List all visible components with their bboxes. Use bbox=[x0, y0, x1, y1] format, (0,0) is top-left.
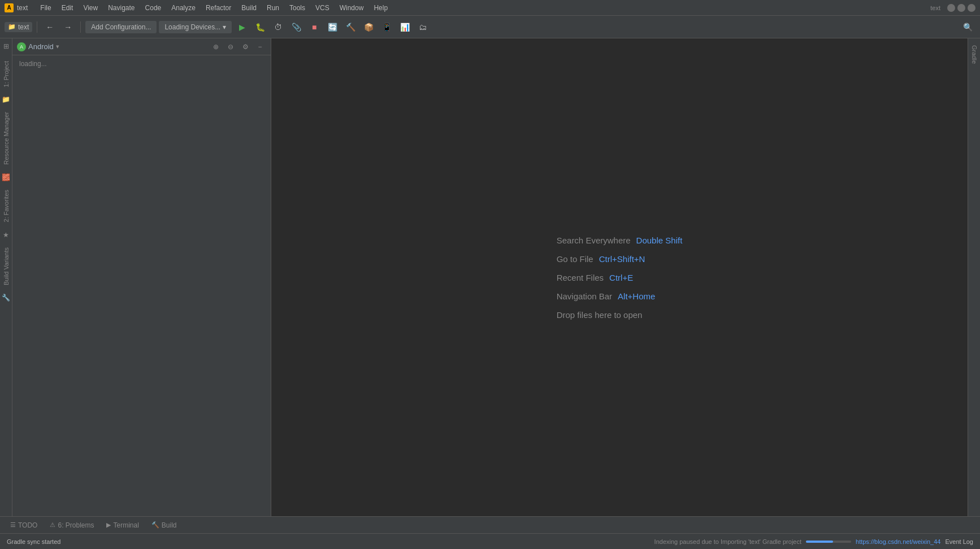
folder-icon[interactable]: 📁 bbox=[1, 94, 12, 105]
android-icon: A bbox=[17, 42, 26, 51]
menu-edit[interactable]: Edit bbox=[57, 3, 78, 13]
add-configuration-button[interactable]: Add Configuration... bbox=[85, 21, 157, 33]
terminal-label: Terminal bbox=[113, 521, 138, 529]
profiler-button[interactable]: 📊 bbox=[397, 19, 413, 35]
menu-window[interactable]: Window bbox=[335, 3, 368, 13]
build-label: Build bbox=[162, 521, 177, 529]
status-link[interactable]: https://blog.csdn.net/weixin_44 bbox=[856, 538, 940, 545]
toolbar-separator-2 bbox=[80, 21, 81, 33]
right-strip: Gradle bbox=[968, 38, 980, 516]
bottom-tab-terminal[interactable]: ▶ Terminal bbox=[101, 520, 144, 530]
panel-title-area: A Android ▾ bbox=[17, 42, 207, 51]
bottom-tab-todo[interactable]: ☰ TODO bbox=[5, 520, 43, 530]
indexing-status-text: Indexing paused due to Importing 'text' … bbox=[654, 538, 801, 545]
panel-sync-icon[interactable]: ⊕ bbox=[210, 41, 222, 53]
toolbar-project-name: text bbox=[18, 23, 29, 31]
device-file-button[interactable]: 🗂 bbox=[415, 19, 431, 35]
title-extra-label: text bbox=[930, 5, 940, 11]
hint-navigation-bar: Navigation Bar Alt+Home bbox=[557, 291, 656, 301]
app-icon: A bbox=[5, 3, 14, 12]
bottom-tab-problems[interactable]: ⚠ 6: Problems bbox=[44, 520, 99, 530]
sidebar-item-resource-manager[interactable]: Resource Manager bbox=[1, 106, 11, 171]
close-button[interactable] bbox=[968, 4, 975, 12]
hint-recent-files: Recent Files Ctrl+E bbox=[557, 273, 633, 282]
maximize-button[interactable] bbox=[957, 4, 965, 12]
bottom-toolbar: ☰ TODO ⚠ 6: Problems ▶ Terminal 🔨 Build bbox=[0, 516, 980, 533]
menu-view[interactable]: View bbox=[79, 3, 102, 13]
sidebar-item-build-variants[interactable]: Build Variants bbox=[1, 242, 11, 291]
project-name-title: text bbox=[17, 4, 28, 12]
loading-indicator: loading... bbox=[12, 55, 271, 72]
debug-button[interactable]: 🐛 bbox=[252, 19, 268, 35]
hint-shortcut-goto: Ctrl+Shift+N bbox=[599, 254, 645, 264]
event-log-link[interactable]: Event Log bbox=[945, 538, 973, 545]
left-vertical-tabs: ⊞ 1: Project 📁 Resource Manager 🧱 2: Fav… bbox=[0, 38, 12, 516]
project-indicator: 📁 text bbox=[5, 22, 32, 32]
menu-refactor[interactable]: Refactor bbox=[201, 3, 236, 13]
back-button[interactable]: ← bbox=[42, 19, 58, 35]
editor-area: Search Everywhere Double Shift Go to Fil… bbox=[271, 38, 968, 516]
problems-label: 6: Problems bbox=[58, 521, 94, 529]
build-button[interactable]: 🔨 bbox=[342, 19, 358, 35]
panel-settings-icon[interactable]: ⚙ bbox=[239, 41, 251, 53]
todo-label: TODO bbox=[18, 521, 37, 529]
project-tab-icon[interactable]: ⊞ bbox=[1, 41, 12, 52]
menu-tools[interactable]: Tools bbox=[285, 3, 310, 13]
stop-button[interactable]: ■ bbox=[306, 19, 322, 35]
sync-button[interactable]: 🔄 bbox=[324, 19, 340, 35]
menu-help[interactable]: Help bbox=[369, 3, 392, 13]
device-label: Loading Devices... bbox=[164, 23, 220, 31]
sdk-button[interactable]: 📦 bbox=[361, 19, 376, 35]
device-selector[interactable]: Loading Devices... ▾ bbox=[159, 21, 232, 33]
title-bar: A text File Edit View Navigate Code Anal… bbox=[0, 0, 980, 16]
attach-button[interactable]: 📎 bbox=[288, 19, 304, 35]
build-variants-icon[interactable]: 🔧 bbox=[1, 292, 12, 303]
hint-shortcut-recent: Ctrl+E bbox=[609, 273, 633, 282]
device-dropdown-icon: ▾ bbox=[223, 23, 226, 31]
favorites-icon[interactable]: ★ bbox=[1, 229, 12, 241]
bottom-tab-build[interactable]: 🔨 Build bbox=[146, 520, 183, 530]
status-left: Gradle sync started bbox=[7, 538, 60, 545]
build-icon: 🔨 bbox=[151, 521, 159, 529]
status-right: Indexing paused due to Importing 'text' … bbox=[654, 538, 973, 545]
hint-label-search: Search Everywhere bbox=[557, 236, 631, 245]
todo-icon: ☰ bbox=[10, 521, 16, 529]
problems-icon: ⚠ bbox=[50, 521, 55, 529]
indexing-progress-bar bbox=[806, 541, 851, 543]
minimize-button[interactable] bbox=[947, 4, 955, 12]
gradle-tab[interactable]: Gradle bbox=[969, 41, 980, 68]
hint-search-everywhere: Search Everywhere Double Shift bbox=[557, 236, 683, 245]
menu-vcs[interactable]: VCS bbox=[311, 3, 334, 13]
panel-dropdown-icon[interactable]: ▾ bbox=[56, 43, 59, 50]
menu-code[interactable]: Code bbox=[141, 3, 166, 13]
panel-collapse-icon[interactable]: ⊖ bbox=[224, 41, 237, 53]
status-bar: Gradle sync started Indexing paused due … bbox=[0, 533, 980, 549]
menu-analyze[interactable]: Analyze bbox=[167, 3, 200, 13]
hint-drop-files: Drop files here to open bbox=[557, 310, 643, 320]
sidebar-item-project[interactable]: 1: Project bbox=[1, 55, 11, 93]
forward-button[interactable]: → bbox=[60, 19, 76, 35]
panel-actions: ⊕ ⊖ ⚙ − bbox=[210, 41, 266, 53]
menu-run[interactable]: Run bbox=[262, 3, 284, 13]
menu-file[interactable]: File bbox=[36, 3, 55, 13]
window-controls: text bbox=[930, 4, 975, 12]
search-everywhere-button[interactable]: 🔍 bbox=[960, 19, 975, 35]
hint-label-drop: Drop files here to open bbox=[557, 310, 643, 320]
hint-shortcut-search: Double Shift bbox=[636, 236, 683, 245]
panel-title: Android bbox=[28, 42, 54, 51]
indexing-progress-fill bbox=[806, 541, 833, 543]
resource-icon[interactable]: 🧱 bbox=[1, 172, 12, 183]
menu-bar: File Edit View Navigate Code Analyze Ref… bbox=[36, 3, 392, 13]
sidebar-item-favorites[interactable]: 2: Favorites bbox=[1, 184, 11, 228]
terminal-icon: ▶ bbox=[106, 521, 111, 529]
panel-header: A Android ▾ ⊕ ⊖ ⚙ − bbox=[12, 38, 271, 55]
profile-button[interactable]: ⏱ bbox=[270, 19, 286, 35]
project-panel: A Android ▾ ⊕ ⊖ ⚙ − loading... bbox=[12, 38, 271, 516]
run-button[interactable]: ▶ bbox=[234, 19, 250, 35]
avd-button[interactable]: 📱 bbox=[379, 19, 394, 35]
hint-label-goto: Go to File bbox=[557, 254, 593, 264]
menu-navigate[interactable]: Navigate bbox=[103, 3, 139, 13]
panel-close-icon[interactable]: − bbox=[254, 41, 266, 53]
toolbar-separator-1 bbox=[37, 21, 37, 33]
menu-build[interactable]: Build bbox=[237, 3, 261, 13]
